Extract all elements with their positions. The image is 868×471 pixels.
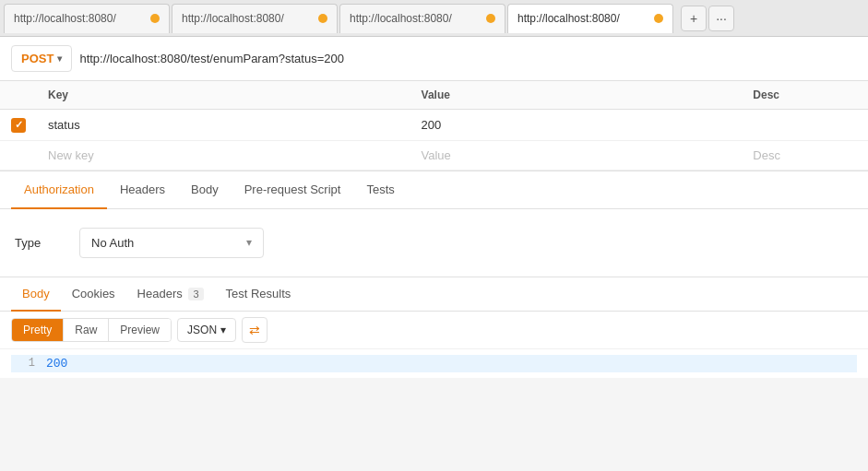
tab-dot-4 [654,14,663,23]
section-tabs: Authorization Headers Body Pre-request S… [0,171,868,209]
url-bar: POST ▾ [0,37,868,81]
response-tab-cookies[interactable]: Cookies [61,277,126,312]
code-area: 1 200 [0,349,868,378]
new-row-checkbox-cell [0,140,37,170]
browser-tab-2[interactable]: http://localhost:8080/ [172,4,338,33]
new-row-desc-cell: Desc [742,140,868,170]
row-checkbox-cell [0,110,37,141]
new-desc-placeholder: Desc [753,148,780,162]
params-table: Key Value Desc status 200 [0,81,868,171]
method-chevron-icon: ▾ [57,53,62,64]
tab-tests[interactable]: Tests [353,171,407,209]
code-line-1: 1 200 [11,355,857,372]
headers-tab-label: Headers [137,287,183,300]
tab-dot-3 [486,14,495,23]
response-tab-body[interactable]: Body [11,277,61,312]
auth-type-value: No Auth [91,236,134,250]
tab-body[interactable]: Body [178,171,232,209]
format-value: JSON [187,324,217,336]
new-param-row: New key Value Desc [0,140,868,170]
row-value: 200 [422,118,442,132]
table-row: status 200 [0,110,868,141]
auth-type-select[interactable]: No Auth ▾ [79,228,264,258]
params-value-header: Value [410,81,743,110]
more-tabs-button[interactable]: ··· [708,6,734,31]
wrap-button[interactable]: ⇄ [242,317,268,343]
auth-chevron-icon: ▾ [246,236,252,249]
response-toolbar: Pretty Raw Preview JSON ▾ ⇄ [0,312,868,349]
format-selector[interactable]: JSON ▾ [177,318,236,342]
params-section: Key Value Desc status 200 [0,81,868,171]
tab-actions: + ··· [679,6,734,31]
url-input[interactable] [79,52,857,65]
view-preview-button[interactable]: Preview [109,319,171,341]
browser-tabs-bar: http://localhost:8080/ http://localhost:… [0,0,868,37]
params-key-header: Key [37,81,410,110]
view-pretty-button[interactable]: Pretty [12,319,64,341]
response-tabs: Body Cookies Headers 3 Test Results [0,277,868,312]
browser-tab-3[interactable]: http://localhost:8080/ [339,4,505,33]
tab-dot-1 [150,14,160,23]
response-tab-test-results[interactable]: Test Results [215,277,303,312]
tab-dot-2 [318,14,327,23]
tab-headers[interactable]: Headers [107,171,178,209]
tab-prerequest[interactable]: Pre-request Script [232,171,354,209]
tab-url-3: http://localhost:8080/ [350,12,481,25]
row-key-value: status [48,118,80,132]
tab-url-1: http://localhost:8080/ [14,12,145,25]
params-desc-header: Desc [742,81,868,110]
wrap-icon-symbol: ⇄ [249,323,260,337]
view-btn-group: Pretty Raw Preview [11,318,172,342]
auth-type-label: Type [15,236,61,250]
method-label: POST [21,52,54,65]
new-row-value-cell: Value [410,140,743,170]
new-row-key-cell: New key [37,140,410,170]
row-value-cell: 200 [410,110,743,141]
response-tab-headers[interactable]: Headers 3 [126,277,215,312]
row-key-cell: status [37,110,410,141]
view-raw-button[interactable]: Raw [64,319,109,341]
headers-count-badge: 3 [188,288,203,300]
browser-tab-4[interactable]: http://localhost:8080/ [507,4,673,33]
code-value-1: 200 [46,357,67,371]
params-checkbox-header [0,81,37,110]
row-desc-cell [742,110,868,141]
line-number-1: 1 [17,357,35,370]
method-selector[interactable]: POST ▾ [11,45,72,72]
tab-authorization[interactable]: Authorization [11,171,107,209]
browser-tab-1[interactable]: http://localhost:8080/ [4,4,170,33]
new-key-placeholder: New key [48,148,94,162]
new-tab-button[interactable]: + [681,6,707,31]
tab-url-4: http://localhost:8080/ [517,12,648,25]
tab-url-2: http://localhost:8080/ [182,12,313,25]
format-chevron-icon: ▾ [220,324,226,336]
auth-row: Type No Auth ▾ [15,228,853,258]
auth-section: Type No Auth ▾ [0,209,868,277]
new-value-placeholder: Value [422,148,451,162]
row-checkbox[interactable] [11,118,26,133]
